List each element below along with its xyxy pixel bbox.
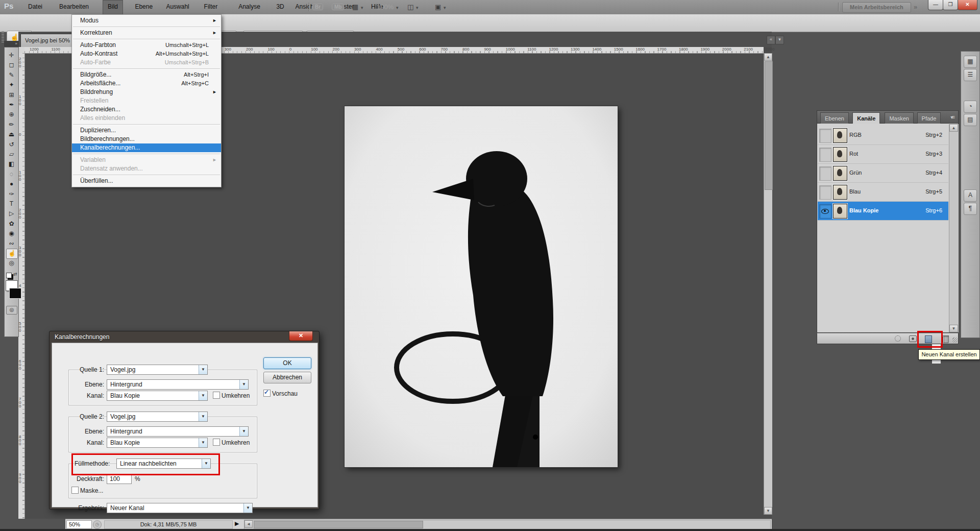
zoom-tool[interactable]: ◎ (6, 258, 17, 268)
tab-kanäle[interactable]: Kanäle (852, 112, 880, 125)
view-extras-icon[interactable]: ▦▼ (352, 2, 364, 12)
menu-item-datensatz-anwenden[interactable]: Datensatz anwenden... (72, 164, 221, 173)
menu-item-korrekturen[interactable]: Korrekturen► (72, 29, 221, 37)
menu-item-bilddrehung[interactable]: Bilddrehung► (72, 88, 221, 96)
spot-healing-brush-tool[interactable]: ⊕ (6, 110, 17, 119)
tab-pfade[interactable]: Pfade (917, 112, 941, 125)
quick-mask-button[interactable]: ◎ (6, 306, 17, 315)
menu-ebene[interactable]: Ebene (130, 0, 157, 14)
source1-select[interactable]: Vogel.jpg▼ (107, 365, 208, 375)
source2-channel-select[interactable]: Blau Kopie▼ (107, 438, 208, 448)
histogram-panel-icon[interactable]: ☰ (964, 69, 977, 81)
vertical-scrollbar[interactable]: ▲ ▼ (764, 53, 772, 515)
path-selection-tool[interactable]: ▷ (6, 209, 17, 218)
channel-row-rgb[interactable]: RGBStrg+2 (818, 126, 948, 145)
menu-item-zuschneiden[interactable]: Zuschneiden... (72, 105, 221, 114)
visibility-toggle[interactable] (819, 148, 831, 162)
zoom-level-field[interactable]: 50% (66, 520, 92, 529)
status-flyout-icon[interactable]: ▶ (235, 520, 239, 527)
menu-auswahl[interactable]: Auswahl (161, 0, 193, 14)
styles-panel-icon[interactable]: ▤ (964, 114, 977, 126)
arrange-documents-icon[interactable]: ◫▼ (407, 2, 419, 12)
rectangular-marquee-tool[interactable]: ◻ (6, 60, 17, 69)
preview-checkbox[interactable]: ✓ (263, 390, 271, 397)
navigator-panel-icon[interactable]: ▦ (964, 56, 977, 68)
menu-3d[interactable]: 3D (272, 0, 288, 14)
load-channel-as-selection-icon[interactable] (895, 335, 901, 342)
ok-button[interactable]: OK (263, 357, 311, 369)
menu-item-überfüllen[interactable]: Überfüllen... (72, 177, 221, 185)
background-color-swatch[interactable] (9, 288, 21, 299)
tab-scroll-icon[interactable]: « (767, 36, 775, 44)
scroll-down-icon[interactable]: ▼ (949, 325, 958, 332)
menu-item-modus[interactable]: Modus► (72, 16, 221, 25)
3d-rotate-tool[interactable]: ◉ (6, 229, 17, 238)
screen-mode-icon[interactable]: ▣▼ (435, 2, 447, 12)
tab-ebenen[interactable]: Ebenen (820, 112, 849, 125)
default-colors-icon[interactable] (6, 273, 12, 278)
menu-item-bildberechnungen[interactable]: Bildberechnungen... (72, 135, 221, 143)
tab-list-icon[interactable]: ▾ (775, 36, 784, 44)
scroll-left-icon[interactable]: ◄ (244, 520, 253, 528)
source1-layer-select[interactable]: Hintergrund▼ (107, 379, 249, 390)
restore-button[interactable]: ❐ (943, 0, 958, 10)
visibility-toggle[interactable] (819, 185, 831, 200)
panel-menu-icon[interactable]: ▾≡ (950, 114, 954, 120)
gradient-tool[interactable]: ◧ (6, 159, 17, 168)
cancel-button[interactable]: Abbrechen (263, 372, 311, 383)
panel-scrollbar[interactable]: ▲ ▼ (949, 124, 959, 332)
close-button[interactable]: ✕ (958, 0, 977, 10)
menu-item-arbeitsfläche[interactable]: Arbeitsfläche...Alt+Strg+C (72, 79, 221, 88)
quick-selection-tool[interactable]: ✦ (6, 80, 17, 89)
custom-shape-tool[interactable]: ✿ (6, 219, 17, 228)
channel-row-rot[interactable]: RotStrg+3 (818, 145, 948, 164)
vertical-scroll-thumb[interactable] (765, 61, 773, 190)
result-select[interactable]: Neuer Kanal▼ (107, 503, 253, 513)
scroll-up-icon[interactable]: ▲ (764, 53, 772, 61)
horizontal-scrollbar[interactable]: ◄ (244, 520, 771, 529)
menu-item-alles-einblenden[interactable]: Alles einblenden (72, 114, 221, 123)
menu-analyse[interactable]: Analyse (234, 0, 265, 14)
eyedropper-tool[interactable]: ✒ (6, 100, 17, 109)
workspace-overflow-icon[interactable]: » (914, 3, 916, 11)
visibility-toggle[interactable] (819, 129, 831, 143)
paragraph-panel-icon[interactable]: ¶ (964, 203, 977, 215)
toolbar-header[interactable]: » (4, 41, 19, 47)
menu-item-bildgröße[interactable]: Bildgröße...Alt+Strg+I (72, 70, 221, 79)
menu-bild[interactable]: Bild (103, 0, 123, 14)
brush-tool[interactable]: ✏ (6, 120, 17, 129)
blur-tool[interactable]: ◌ (6, 170, 17, 179)
color-panel-icon[interactable]: ◔ (964, 101, 977, 113)
opacity-input[interactable]: 100 (107, 474, 132, 484)
source1-invert-checkbox[interactable] (213, 392, 220, 399)
channel-row-blau-kopie[interactable]: Blau KopieStrg+6 (818, 202, 948, 221)
menu-item-auto-kontrast[interactable]: Auto-KontrastAlt+Umschalt+Strg+L (72, 50, 221, 58)
menu-item-freistellen[interactable]: Freistellen (72, 96, 221, 105)
panel-resize-grip[interactable] (952, 337, 958, 343)
clone-stamp-tool[interactable]: ⏏ (6, 130, 17, 139)
3d-orbit-tool[interactable]: ∾ (6, 239, 17, 248)
move-tool[interactable]: ✛ (6, 51, 17, 60)
hand-tool[interactable]: ☝ (6, 249, 18, 259)
menu-item-duplizieren[interactable]: Duplizieren... (72, 126, 221, 135)
channel-row-blau[interactable]: BlauStrg+5 (818, 183, 948, 202)
source2-invert-checkbox[interactable] (213, 439, 220, 446)
menu-bearbeiten[interactable]: Bearbeiten (55, 0, 93, 14)
scroll-down-icon[interactable]: ▼ (764, 507, 772, 515)
eraser-tool[interactable]: ▱ (6, 150, 17, 159)
menu-item-variablen[interactable]: Variablen► (72, 156, 221, 164)
visibility-toggle[interactable] (819, 204, 831, 219)
visibility-toggle[interactable] (819, 166, 831, 181)
source2-layer-select[interactable]: Hintergrund▼ (107, 426, 249, 437)
history-brush-tool[interactable]: ↺ (6, 140, 17, 149)
lasso-tool[interactable]: ✎ (6, 70, 17, 80)
save-selection-as-channel-icon[interactable] (909, 335, 917, 342)
menu-item-kanalberechnungen[interactable]: Kanalberechnungen... (72, 143, 221, 152)
minimize-button[interactable]: — (928, 0, 943, 10)
source1-channel-select[interactable]: Blau Kopie▼ (107, 391, 208, 401)
source2-select[interactable]: Vogel.jpg▼ (107, 412, 208, 422)
dialog-close-icon[interactable]: ✕ (289, 331, 313, 341)
menu-filter[interactable]: Filter (200, 0, 223, 14)
menu-datei[interactable]: Datei (23, 0, 47, 14)
swap-colors-icon[interactable]: ⇄ (13, 272, 17, 277)
